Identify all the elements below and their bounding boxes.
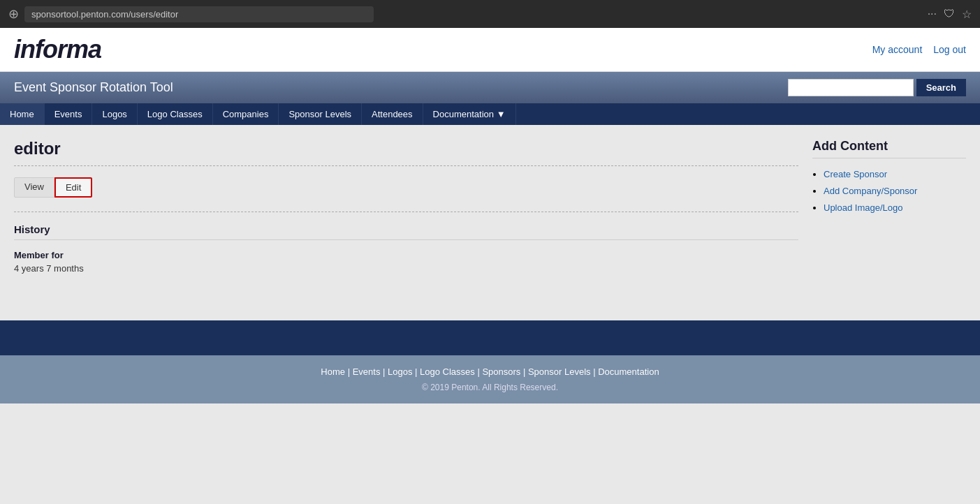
add-content-list: Create Sponsor Add Company/Sponsor Uploa… xyxy=(812,168,966,213)
browser-menu-icon: ⊕ xyxy=(8,6,19,22)
tab-divider xyxy=(14,212,798,212)
list-item: Upload Image/Logo xyxy=(824,202,966,213)
logo: informa xyxy=(14,35,101,64)
main-content: editor View Edit History Member for 4 ye… xyxy=(14,139,812,306)
nav-item-attendees[interactable]: Attendees xyxy=(362,103,423,125)
member-label: Member for xyxy=(14,250,798,260)
tab-bar: View Edit xyxy=(14,177,798,198)
title-divider xyxy=(14,165,798,166)
footer-link-sponsors[interactable]: Sponsors xyxy=(482,366,520,377)
nav-item-sponsor-levels[interactable]: Sponsor Levels xyxy=(279,103,362,125)
footer-links: Home | Events | Logos | Logo Classes | S… xyxy=(14,366,966,377)
shield-icon: 🛡 xyxy=(944,8,955,21)
url-bar[interactable]: sponsortool.penton.com/users/editor xyxy=(24,6,374,22)
history-section: History Member for 4 years 7 months xyxy=(14,223,798,274)
member-value: 4 years 7 months xyxy=(14,263,798,274)
nav-bar: Home Events Logos Logo Classes Companies… xyxy=(0,103,980,125)
browser-icons: ··· 🛡 ☆ xyxy=(928,8,972,21)
footer-link-logos[interactable]: Logos xyxy=(388,366,412,377)
footer-gray-bar: Home | Events | Logos | Logo Classes | S… xyxy=(0,355,980,403)
nav-item-companies[interactable]: Companies xyxy=(213,103,279,125)
upload-image-logo-link[interactable]: Upload Image/Logo xyxy=(824,202,902,213)
footer-link-home[interactable]: Home xyxy=(321,366,345,377)
sidebar: Add Content Create Sponsor Add Company/S… xyxy=(812,139,966,306)
nav-item-documentation[interactable]: Documentation ▼ xyxy=(423,103,516,125)
nav-item-home[interactable]: Home xyxy=(0,103,45,125)
nav-item-logos[interactable]: Logos xyxy=(92,103,137,125)
search-area: Search xyxy=(788,79,966,96)
nav-item-logo-classes[interactable]: Logo Classes xyxy=(138,103,213,125)
browser-chrome: ⊕ sponsortool.penton.com/users/editor ··… xyxy=(0,0,980,28)
logout-link[interactable]: Log out xyxy=(933,44,966,55)
footer-link-logo-classes[interactable]: Logo Classes xyxy=(420,366,475,377)
tab-view[interactable]: View xyxy=(14,177,54,198)
footer-link-documentation[interactable]: Documentation xyxy=(598,366,659,377)
nav-item-events[interactable]: Events xyxy=(45,103,93,125)
add-content-title: Add Content xyxy=(812,139,966,158)
footer-dark-bar xyxy=(0,320,980,355)
search-button[interactable]: Search xyxy=(916,79,966,96)
my-account-link[interactable]: My account xyxy=(872,44,923,55)
footer-copyright: © 2019 Penton. All Rights Reserved. xyxy=(14,383,966,392)
site-title: Event Sponsor Rotation Tool xyxy=(14,80,173,95)
footer-link-events[interactable]: Events xyxy=(353,366,381,377)
page-title: editor xyxy=(14,139,798,158)
list-item: Add Company/Sponsor xyxy=(824,185,966,196)
add-company-sponsor-link[interactable]: Add Company/Sponsor xyxy=(824,186,917,196)
main-wrapper: editor View Edit History Member for 4 ye… xyxy=(0,125,980,320)
history-title: History xyxy=(14,223,798,240)
top-bar: informa My account Log out xyxy=(0,28,980,72)
footer-link-sponsor-levels[interactable]: Sponsor Levels xyxy=(528,366,591,377)
header-bar: Event Sponsor Rotation Tool Search xyxy=(0,72,980,103)
create-sponsor-link[interactable]: Create Sponsor xyxy=(824,169,887,179)
more-icon: ··· xyxy=(928,8,937,21)
star-icon: ☆ xyxy=(962,8,972,21)
tab-edit[interactable]: Edit xyxy=(54,177,92,198)
search-input[interactable] xyxy=(788,79,914,96)
top-links: My account Log out xyxy=(872,44,966,55)
list-item: Create Sponsor xyxy=(824,168,966,179)
